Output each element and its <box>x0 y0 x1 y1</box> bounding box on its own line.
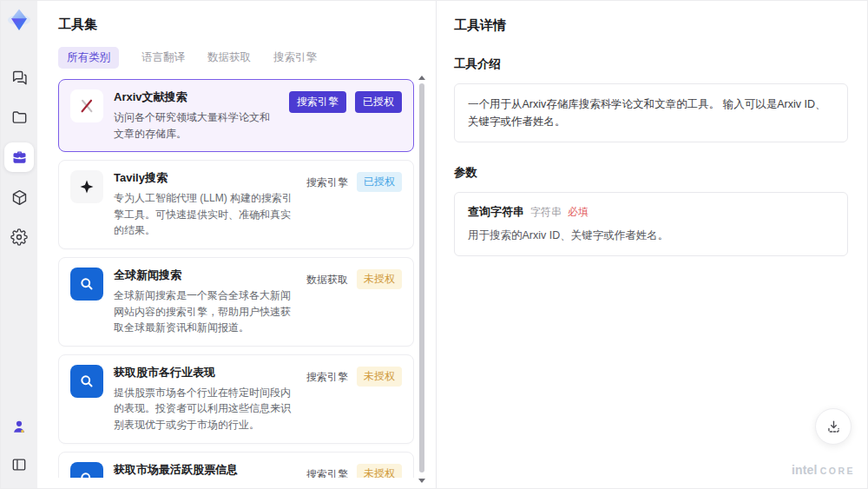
intro-heading: 工具介绍 <box>454 56 848 72</box>
param-required-flag: 必填 <box>568 205 589 220</box>
tool-card-body: 全球新闻搜索 全球新闻搜索是一个聚合全球各大新闻网站内容的搜索引擎，帮助用户快速… <box>114 268 296 336</box>
tool-name: 全球新闻搜索 <box>114 268 296 283</box>
tools-panel-title: 工具集 <box>58 17 415 33</box>
tool-auth-badge: 已授权 <box>355 91 402 113</box>
toolbox-icon[interactable] <box>4 142 34 172</box>
tool-card[interactable]: Tavily搜索 专为人工智能代理 (LLM) 构建的搜索引擎工具。可快速提供实… <box>58 160 414 249</box>
scrollbar[interactable] <box>418 76 425 483</box>
tool-auth-badge: 未授权 <box>357 367 402 387</box>
left-rail <box>1 1 37 488</box>
tool-card-body: Arxiv文献搜索 访问各个研究领域大量科学论文和文章的存储库。 <box>114 89 279 142</box>
tavily-star-icon <box>70 170 103 203</box>
tool-description: 访问各个研究领域大量科学论文和文章的存储库。 <box>114 109 279 142</box>
tool-card-body: 获取市场最活跃股票信息 提供当天交易量最高的股票列表。投资者可以利用这些信息来识… <box>114 462 296 478</box>
tool-category-badge: 搜索引擎 <box>306 367 348 388</box>
scrollbar-thumb[interactable] <box>419 83 424 472</box>
cube-icon[interactable] <box>4 182 34 212</box>
chat-icon[interactable] <box>4 63 34 92</box>
tool-category-badge: 数据获取 <box>306 269 348 291</box>
tool-category-badge: 搜索引擎 <box>306 172 348 194</box>
params-heading: 参数 <box>454 165 848 181</box>
tool-category-badge: 搜索引擎 <box>306 464 348 478</box>
arxiv-icon <box>70 89 103 122</box>
tool-name: Arxiv文献搜索 <box>114 89 279 105</box>
tool-auth-badge: 未授权 <box>357 464 402 478</box>
tool-tags: 搜索引擎 已授权 <box>306 170 402 239</box>
tool-name: Tavily搜索 <box>114 170 296 186</box>
scroll-up-icon[interactable] <box>418 76 425 80</box>
category-tab[interactable]: 数据获取 <box>207 47 251 69</box>
intel-core-logo: intel CORE <box>792 463 855 477</box>
rail-nav <box>4 63 34 252</box>
news-search-icon <box>70 365 103 398</box>
details-panel: 工具详情 工具介绍 一个用于从Arxiv存储库搜索科学论文和文章的工具。 输入可… <box>437 1 867 488</box>
param-entry: 查询字符串 字符串 必填 用于搜索的Arxiv ID、关键字或作者姓名。 <box>468 204 834 244</box>
param-type: 字符串 <box>530 205 562 220</box>
tool-tags: 数据获取 未授权 <box>306 268 402 336</box>
tool-description: 全球新闻搜索是一个聚合全球各大新闻网站内容的搜索引擎，帮助用户快速获取全球最新资… <box>114 287 296 336</box>
tool-description: 专为人工智能代理 (LLM) 构建的搜索引擎工具。可快速提供实时、准确和真实的结… <box>114 190 296 239</box>
param-name: 查询字符串 <box>468 204 524 220</box>
app-logo-icon[interactable] <box>6 7 32 33</box>
tool-auth-badge: 已授权 <box>357 172 402 192</box>
tool-card[interactable]: 获取股市各行业表现 提供股票市场各个行业在特定时间段内的表现。投资者可以利用这些… <box>58 354 414 444</box>
news-search-icon <box>70 462 103 478</box>
tool-tags: 搜索引擎 已授权 <box>289 89 402 142</box>
scroll-down-icon[interactable] <box>418 479 425 483</box>
details-title: 工具详情 <box>454 17 848 34</box>
tools-panel: 工具集 所有类别语言翻译数据获取搜索引擎 Arxiv文献搜索 访问各个研究领域大… <box>37 1 437 488</box>
tool-card[interactable]: 全球新闻搜索 全球新闻搜索是一个聚合全球各大新闻网站内容的搜索引擎，帮助用户快速… <box>58 257 414 347</box>
user-avatar-icon[interactable] <box>4 412 34 441</box>
category-tab[interactable]: 语言翻译 <box>141 47 185 69</box>
settings-gear-icon[interactable] <box>4 222 34 252</box>
param-description: 用于搜索的Arxiv ID、关键字或作者姓名。 <box>468 228 834 244</box>
tool-card-body: 获取股市各行业表现 提供股票市场各个行业在特定时间段内的表现。投资者可以利用这些… <box>114 365 296 433</box>
param-head: 查询字符串 字符串 必填 <box>468 204 834 220</box>
tool-card-body: Tavily搜索 专为人工智能代理 (LLM) 构建的搜索引擎工具。可快速提供实… <box>114 170 296 239</box>
category-tabs: 所有类别语言翻译数据获取搜索引擎 <box>58 47 415 69</box>
brand-core-text: CORE <box>820 466 855 476</box>
tool-list: Arxiv文献搜索 访问各个研究领域大量科学论文和文章的存储库。 搜索引擎 已授… <box>58 79 414 478</box>
news-search-icon <box>70 268 103 301</box>
tool-name: 获取市场最活跃股票信息 <box>114 462 296 478</box>
tool-card[interactable]: Arxiv文献搜索 访问各个研究领域大量科学论文和文章的存储库。 搜索引擎 已授… <box>58 79 414 152</box>
tool-name: 获取股市各行业表现 <box>114 365 296 380</box>
tool-description: 提供股票市场各个行业在特定时间段内的表现。投资者可以利用这些信息来识别表现优于或… <box>114 385 296 433</box>
brand-intel-text: intel <box>792 463 818 477</box>
folder-icon[interactable] <box>4 102 34 132</box>
rail-bottom <box>4 412 34 479</box>
tool-auth-badge: 未授权 <box>357 269 402 289</box>
params-list: 查询字符串 字符串 必填 用于搜索的Arxiv ID、关键字或作者姓名。 <box>454 192 848 256</box>
tool-category-badge: 搜索引擎 <box>289 91 346 113</box>
tool-tags: 搜索引擎 未授权 <box>306 462 402 478</box>
collapse-panel-icon[interactable] <box>4 450 34 479</box>
download-button[interactable] <box>815 408 852 445</box>
tool-card[interactable]: 获取市场最活跃股票信息 提供当天交易量最高的股票列表。投资者可以利用这些信息来识… <box>58 452 414 478</box>
category-tab[interactable]: 所有类别 <box>58 47 119 69</box>
tool-tags: 搜索引擎 未授权 <box>306 365 402 433</box>
category-tab[interactable]: 搜索引擎 <box>273 47 317 69</box>
intro-text: 一个用于从Arxiv存储库搜索科学论文和文章的工具。 输入可以是Arxiv ID… <box>454 83 848 142</box>
app-window: 工具集 所有类别语言翻译数据获取搜索引擎 Arxiv文献搜索 访问各个研究领域大… <box>0 0 868 489</box>
